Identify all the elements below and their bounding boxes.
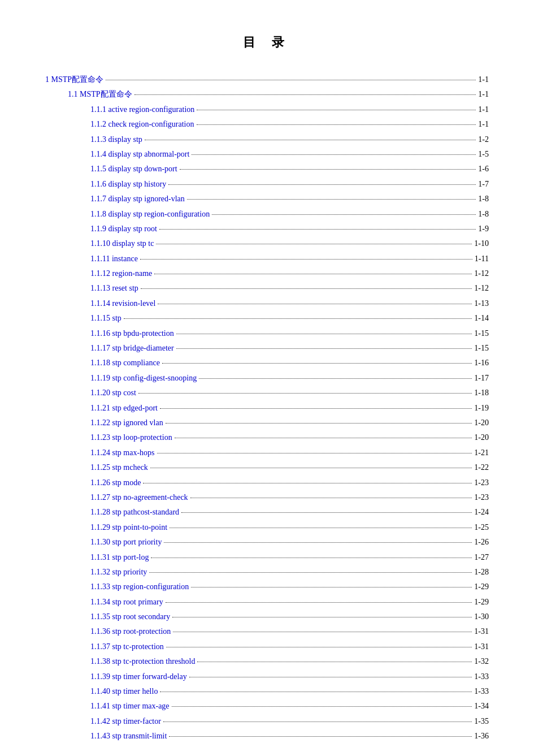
toc-link[interactable]: 1.1.41 stp timer max-age xyxy=(90,700,170,712)
toc-entry: 1.1.7 display stp ignored-vlan1-8 xyxy=(45,193,489,205)
toc-page: 1-31 xyxy=(474,625,489,638)
toc-page: 1-21 xyxy=(474,447,489,459)
toc-page: 1-6 xyxy=(478,163,489,175)
toc-page: 1-20 xyxy=(474,417,489,429)
toc-entry: 1.1.24 stp max-hops1-21 xyxy=(45,447,489,459)
toc-link[interactable]: 1.1.17 stp bridge-diameter xyxy=(90,342,174,355)
toc-link[interactable]: 1.1.37 stp tc-protection xyxy=(90,641,164,653)
toc-link[interactable]: 1.1.22 stp ignored vlan xyxy=(90,417,163,429)
toc-page: 1-22 xyxy=(474,461,489,474)
toc-link[interactable]: 1.1.2 check region-configuration xyxy=(90,118,194,131)
toc-page: 1-29 xyxy=(474,581,489,593)
toc-page: 1-24 xyxy=(474,506,489,519)
toc-dots xyxy=(168,184,476,185)
toc-entry: 1.1.40 stp timer hello1-33 xyxy=(45,685,489,698)
toc-entry: 1.1.15 stp1-14 xyxy=(45,312,489,325)
toc-dots xyxy=(197,110,476,110)
toc-dots xyxy=(162,363,472,364)
toc-link[interactable]: 1.1.29 stp point-to-point xyxy=(90,521,167,534)
toc-link[interactable]: 1.1.10 display stp tc xyxy=(90,237,154,250)
toc-dots xyxy=(176,348,472,349)
toc-page: 1-35 xyxy=(474,715,489,728)
toc-link[interactable]: 1.1.5 display stp down-port xyxy=(90,163,177,175)
toc-link[interactable]: 1.1.18 stp compliance xyxy=(90,357,160,369)
toc-entry: 1.1 MSTP配置命令1-1 xyxy=(45,88,489,101)
toc-link[interactable]: 1.1.40 stp timer hello xyxy=(90,685,158,698)
toc-link[interactable]: 1 MSTP配置命令 xyxy=(45,74,103,86)
toc-link[interactable]: 1.1.3 display stp xyxy=(90,133,142,146)
toc-link[interactable]: 1.1.20 stp cost xyxy=(90,387,136,399)
toc-link[interactable]: 1.1.24 stp max-hops xyxy=(90,447,155,459)
toc-entry: 1.1.12 region-name1-12 xyxy=(45,267,489,280)
toc-link[interactable]: 1.1.36 stp root-protection xyxy=(90,625,171,638)
toc-dots xyxy=(191,587,472,587)
toc-link[interactable]: 1.1.33 stp region-configuration xyxy=(90,581,189,593)
toc-page: 1-8 xyxy=(478,208,489,221)
toc-link[interactable]: 1.1.7 display stp ignored-vlan xyxy=(90,193,185,205)
toc-entry: 1.1.33 stp region-configuration1-29 xyxy=(45,581,489,593)
toc-dots xyxy=(173,632,472,632)
toc-dots xyxy=(164,542,472,543)
toc-link[interactable]: 1.1.27 stp no-agreement-check xyxy=(90,491,188,504)
toc-page: 1-20 xyxy=(474,431,489,444)
toc-link[interactable]: 1.1.43 stp transmit-limit xyxy=(90,730,167,742)
toc-entry: 1 MSTP配置命令1-1 xyxy=(45,74,489,86)
toc-page: 1-11 xyxy=(475,253,489,265)
toc-dots xyxy=(156,244,472,244)
toc-link[interactable]: 1.1.14 revision-level xyxy=(90,297,155,310)
toc-link[interactable]: 1.1.16 stp bpdu-protection xyxy=(90,327,174,340)
toc-dots xyxy=(159,229,476,230)
toc-dots xyxy=(134,94,476,95)
toc-link[interactable]: 1.1.23 stp loop-protection xyxy=(90,431,172,444)
toc-link[interactable]: 1.1.8 display stp region-configuration xyxy=(90,208,210,221)
toc-entry: 1.1.30 stp port priority1-26 xyxy=(45,536,489,548)
toc-link[interactable]: 1.1.26 stp mode xyxy=(90,477,141,489)
toc-page: 1-1 xyxy=(478,103,489,116)
toc-dots xyxy=(154,274,472,274)
toc-entry: 1.1.32 stp priority1-28 xyxy=(45,566,489,578)
toc-page: 1-1 xyxy=(478,74,489,86)
toc-link[interactable]: 1.1.25 stp mcheck xyxy=(90,461,148,474)
toc-link[interactable]: 1.1.11 instance xyxy=(90,253,138,265)
toc-entry: 1.1.17 stp bridge-diameter1-15 xyxy=(45,342,489,355)
toc-link[interactable]: 1.1.13 reset stp xyxy=(90,282,138,295)
toc-link[interactable]: 1.1.15 stp xyxy=(90,312,121,325)
toc-link[interactable]: 1.1.34 stp root primary xyxy=(90,596,163,608)
toc-link[interactable]: 1.1.12 region-name xyxy=(90,267,152,280)
toc-link[interactable]: 1.1 MSTP配置命令 xyxy=(68,88,132,101)
toc-page: 1-17 xyxy=(474,372,489,385)
toc-entry: 1.1.37 stp tc-protection1-31 xyxy=(45,641,489,653)
toc-link[interactable]: 1.1.38 stp tc-protection threshold xyxy=(90,655,195,668)
toc-link[interactable]: 1.1.9 display stp root xyxy=(90,223,157,235)
toc-dots xyxy=(187,199,476,200)
toc-entry: 1.1.13 reset stp1-12 xyxy=(45,282,489,295)
toc-link[interactable]: 1.1.28 stp pathcost-standard xyxy=(90,506,179,519)
toc-link[interactable]: 1.1.4 display stp abnormal-port xyxy=(90,148,189,161)
toc-link[interactable]: 1.1.19 stp config-digest-snooping xyxy=(90,372,197,385)
toc-link[interactable]: 1.1.21 stp edged-port xyxy=(90,402,158,414)
toc-link[interactable]: 1.1.32 stp priority xyxy=(90,566,147,578)
toc-entry: 1.1.16 stp bpdu-protection1-15 xyxy=(45,327,489,340)
toc-entry: 1.1.39 stp timer forward-delay1-33 xyxy=(45,671,489,683)
toc-entry: 1.1.36 stp root-protection1-31 xyxy=(45,625,489,638)
toc-page: 1-13 xyxy=(474,297,489,310)
toc-entry: 1.1.18 stp compliance1-16 xyxy=(45,357,489,369)
toc-link[interactable]: 1.1.30 stp port priority xyxy=(90,536,162,548)
toc-page: 1-10 xyxy=(474,237,489,250)
toc-link[interactable]: 1.1.42 stp timer-factor xyxy=(90,715,161,728)
toc-link[interactable]: 1.1.1 active region-configuration xyxy=(90,103,194,116)
toc-link[interactable]: 1.1.35 stp root secondary xyxy=(90,611,170,623)
toc-dots xyxy=(160,408,472,409)
toc-link[interactable]: 1.1.6 display stp history xyxy=(90,178,166,191)
toc-page: 1-16 xyxy=(474,357,489,369)
toc-page: 1-15 xyxy=(474,327,489,340)
toc-dots xyxy=(140,259,472,260)
toc-page: 1-14 xyxy=(474,312,489,325)
toc-page: 1-8 xyxy=(478,193,489,205)
toc-link[interactable]: 1.1.39 stp timer forward-delay xyxy=(90,671,187,683)
toc-page: 1-1 xyxy=(478,88,489,101)
toc-page: 1-33 xyxy=(474,671,489,683)
toc-dots xyxy=(189,677,472,677)
toc-link[interactable]: 1.1.31 stp port-log xyxy=(90,551,149,564)
toc-page: 1-19 xyxy=(474,402,489,414)
